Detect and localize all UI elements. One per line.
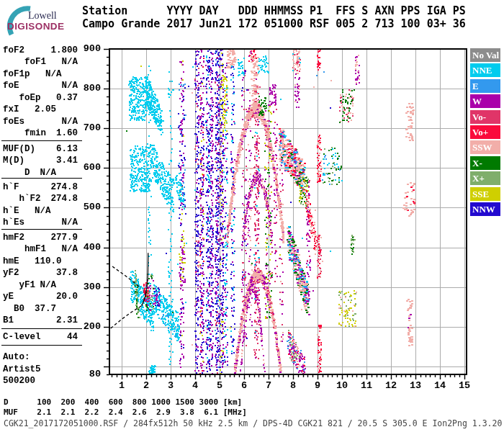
- param-separator-2: [1, 229, 82, 230]
- logo-text-digisonde: DIGISONDE: [7, 21, 64, 32]
- x-tick-label-10: 10: [331, 380, 353, 391]
- param-row-hme: hmE110.0: [3, 256, 78, 267]
- x-tick-label-8: 8: [282, 380, 304, 391]
- param-value: 6.13: [56, 143, 78, 155]
- param-value: N/A: [35, 205, 51, 217]
- legend-item-ssw: SSW: [470, 140, 500, 154]
- param-value: 0.37: [56, 92, 78, 104]
- x-tick-label-11: 11: [356, 380, 377, 391]
- legend-item-vo-: Vo-: [470, 110, 500, 124]
- param-label: fxI: [3, 104, 19, 115]
- param-label: foEs: [3, 116, 24, 127]
- y-tick-label-900: 900: [65, 43, 101, 54]
- param-value: N/A: [45, 68, 62, 80]
- y-tick-label-400: 400: [65, 242, 101, 253]
- param-label: hmF1: [24, 243, 46, 255]
- legend-item-x+: X+: [470, 171, 500, 185]
- lowell-digisonde-logo: Lowell DIGISONDE: [3, 4, 81, 37]
- param-label: D: [24, 167, 30, 179]
- y-tick-label-600: 600: [65, 162, 101, 173]
- legend-item-vo+: Vo+: [470, 125, 500, 139]
- param-row-fof1: foF1N/A: [3, 56, 78, 68]
- param-value: 274.8: [50, 181, 78, 193]
- param-value: 2.05: [35, 104, 56, 115]
- x-tick-label-5: 5: [209, 380, 230, 391]
- legend-item-sse: SSE: [470, 187, 500, 201]
- y-tick-label-800: 800: [65, 83, 101, 94]
- legend-item-w: W: [470, 94, 500, 108]
- param-group-1: MUF(D)6.13M(D)3.41DN/A: [3, 143, 78, 179]
- y-tick-label-200: 200: [65, 321, 101, 332]
- x-tick-label-2: 2: [135, 380, 157, 391]
- param-row-hf: h`F274.8: [3, 181, 78, 193]
- param-label: h`F2: [19, 193, 41, 204]
- param-label: yF1: [19, 279, 36, 291]
- param-value: N/A: [40, 167, 56, 179]
- legend-item-x-: X-: [470, 156, 500, 170]
- x-tick-label-6: 6: [233, 380, 255, 391]
- param-separator-0: [1, 140, 82, 141]
- param-row-fxi: fxI2.05: [3, 104, 78, 115]
- x-tick-label-7: 7: [258, 380, 279, 391]
- param-label: foF1p: [3, 68, 30, 80]
- muf-row: MUF 2.1 2.1 2.2 2.4 2.6 2.9 3.8 6.1 [MHz…: [4, 408, 247, 417]
- header-block: Station YYYY DAY DDD HHMMSS P1 FFS S AXN…: [82, 4, 466, 30]
- param-row-fof1p: foF1pN/A: [3, 68, 78, 80]
- param-value: N/A: [40, 279, 56, 291]
- param-group-4: C-level44: [3, 331, 78, 343]
- param-row-mufd: MUF(D)6.13: [3, 143, 78, 155]
- param-label: B0: [14, 303, 24, 315]
- legend-item-noval: No Val: [470, 48, 500, 62]
- param-label: hmE: [3, 256, 19, 267]
- param-label: h`F: [3, 181, 19, 193]
- auto-info-row: Auto:: [3, 351, 78, 364]
- param-row-clevel: C-level44: [3, 331, 78, 343]
- param-value: 20.0: [56, 291, 78, 302]
- y-tick-label-700: 700: [65, 122, 101, 133]
- param-row-foep: foEp0.37: [3, 92, 78, 104]
- legend-item-nnw: NNW: [470, 202, 500, 216]
- param-row-yf2: yF237.8: [3, 267, 78, 279]
- param-label: yF2: [3, 267, 19, 279]
- x-tick-label-4: 4: [184, 380, 206, 391]
- param-label: C-level: [3, 331, 41, 343]
- param-label: foE: [3, 80, 19, 91]
- param-value: 37.7: [35, 303, 56, 315]
- legend-item-nne: NNE: [470, 63, 500, 77]
- param-row-ye: yE20.0: [3, 291, 78, 302]
- logo-text-lowell: Lowell: [28, 10, 57, 22]
- echo-type-legend: No ValNNEEWVo-Vo+SSWX-X+SSENNW: [470, 48, 501, 217]
- param-label: foF2: [3, 45, 24, 56]
- param-label: fmin: [24, 127, 46, 139]
- header-line-1: Station YYYY DAY DDD HHMMSS P1 FFS S AXN…: [82, 4, 466, 17]
- x-tick-label-14: 14: [429, 380, 451, 391]
- param-value: 37.8: [56, 267, 78, 279]
- x-tick-label-9: 9: [307, 380, 328, 391]
- param-label: MUF(D): [3, 143, 35, 155]
- param-separator-1: [1, 178, 82, 179]
- y-tick-label-500: 500: [65, 202, 101, 212]
- header-line-2: Campo Grande 2017 Jun21 172 051000 RSF 0…: [82, 17, 466, 30]
- param-label: yE: [3, 291, 14, 302]
- param-label: hmF2: [3, 232, 24, 243]
- x-tick-label-12: 12: [380, 380, 402, 391]
- x-tick-label-13: 13: [405, 380, 426, 391]
- param-label: foF1: [24, 56, 46, 68]
- param-label: foEp: [19, 92, 41, 104]
- file-info-footer: CGK21_2017172051000.RSF / 284fx512h 50 k…: [4, 418, 502, 428]
- x-tick-label-1: 1: [111, 380, 132, 391]
- distance-row: D 100 200 400 600 800 1000 1500 3000 [km…: [4, 397, 242, 407]
- param-row-hes: h`EsN/A: [3, 217, 78, 228]
- param-label: M(D): [3, 155, 24, 166]
- ionogram-screen: Lowell DIGISONDE Station YYYY DAY DDD HH…: [0, 0, 504, 432]
- param-separator-4: [1, 345, 82, 346]
- param-value: 44: [67, 331, 78, 343]
- param-value: N/A: [61, 56, 78, 68]
- param-label: B1: [3, 315, 14, 326]
- param-label: h`Es: [3, 217, 24, 228]
- y-tick-label-300: 300: [65, 282, 101, 292]
- param-row-b0: B037.7: [3, 303, 78, 315]
- param-value: 110.0: [35, 256, 62, 267]
- y-tick-label-80: 80: [65, 369, 101, 379]
- x-tick-label-3: 3: [160, 380, 181, 391]
